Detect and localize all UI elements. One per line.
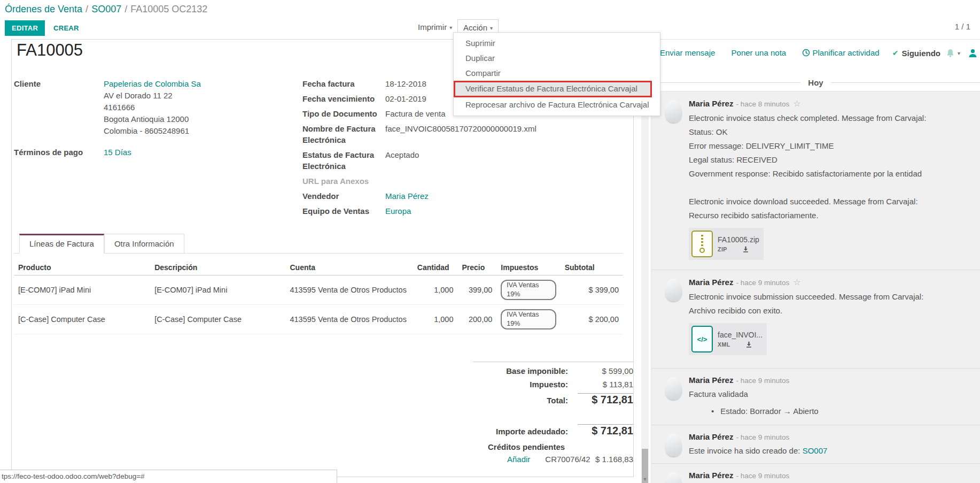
menu-item-reprocesar-archivo[interactable]: Reprocesar archivo de Factura Electrónic… (454, 97, 660, 112)
col-precio: Precio (457, 260, 496, 275)
menu-item-suprimir[interactable]: Suprimir (454, 36, 660, 51)
col-cantidad: Cantidad (413, 260, 458, 275)
message-line: Recurso recibido satisfactoriamente. (689, 209, 968, 223)
chatter-panel: Enviar mensaje Poner una nota Planificar… (651, 39, 980, 483)
message: Maria Pérez- hace 9 minutos Este invoice… (651, 425, 980, 464)
caret-down-icon: ▾ (490, 25, 493, 31)
message: Maria Pérez- hace 8 minutos☆ Electronic … (651, 91, 980, 270)
salesperson-link[interactable]: Maria Pérez (385, 190, 429, 202)
einvoice-status-value: Aceptado (385, 149, 419, 172)
invoice-number-title: FA10005 (17, 41, 83, 60)
breadcrumb-sales-orders[interactable]: Órdenes de Venta (5, 4, 82, 14)
breadcrumb-separator: / (85, 4, 88, 14)
customer-link[interactable]: Papelerias de Colombia Sa (104, 78, 201, 89)
message-author[interactable]: Maria Pérez (689, 99, 733, 108)
print-dropdown-button[interactable]: Imprimir▾ (413, 19, 457, 35)
xml-code-icon: </> (691, 326, 713, 352)
message-line: Government response: Recibido satisfacto… (689, 167, 968, 181)
person-icon[interactable] (968, 48, 978, 58)
invoice-lines-table: Producto Descripción Cuenta Cantidad Pre… (14, 260, 623, 334)
customer-address-line: Bogota Antioquia 12000 (104, 113, 201, 125)
menu-item-verificar-estatus[interactable]: Verificar Estatus de Factura Electrónica… (454, 81, 652, 97)
cell-precio: 200,00 (457, 305, 496, 334)
log-note-button[interactable]: Poner una nota (732, 48, 787, 57)
cell-descripcion: [E-COM07] iPad Mini (150, 275, 285, 305)
breadcrumb-so007[interactable]: SO007 (91, 4, 121, 14)
download-icon[interactable] (745, 341, 752, 348)
bell-icon[interactable] (946, 49, 955, 58)
avatar (665, 472, 682, 483)
add-credit-link[interactable]: Añadir (507, 455, 530, 464)
invoice-date-label: Fecha factura (302, 78, 385, 89)
message-line: Electronic invoice submission succeeded.… (689, 290, 968, 304)
message-author[interactable]: Maria Pérez (689, 375, 733, 385)
caret-down-icon: ▾ (449, 25, 452, 30)
breadcrumb-current: FA10005 OC2132 (130, 4, 207, 14)
tax-badge: IVA Ventas 19% (501, 309, 556, 329)
cell-cuenta: 413595 Venta de Otros Productos (285, 275, 413, 305)
zip-icon (691, 231, 713, 257)
avatar (665, 377, 682, 400)
star-icon[interactable]: ☆ (793, 99, 800, 108)
link-preview-statusbar: tps://feco-test-odoo.odoo.com/web?debug=… (0, 470, 337, 483)
attachment-zip[interactable]: FA10005.zip ZIP (689, 228, 764, 260)
table-header-row: Producto Descripción Cuenta Cantidad Pre… (14, 260, 623, 275)
attachments-url-label: URL para Anexos (302, 175, 385, 187)
payment-terms-link[interactable]: 15 Días (104, 147, 131, 158)
col-descripcion: Descripción (150, 260, 285, 275)
tab-otra-informacion[interactable]: Otra Información (104, 234, 184, 254)
attachment-xml[interactable]: </> face_INVOI... XML (689, 323, 767, 355)
message-author[interactable]: Maria Pérez (689, 432, 733, 441)
avatar (665, 434, 682, 456)
message-author[interactable]: Maria Pérez (689, 278, 733, 287)
download-icon[interactable] (742, 246, 749, 253)
attachment-filename: FA10005.zip (718, 235, 759, 244)
clock-icon (802, 49, 810, 57)
table-row[interactable]: [C-Case] Computer Case [C-Case] Computer… (14, 305, 623, 334)
message-timestamp: - hace 9 minutos (736, 472, 789, 480)
einvoice-status-label: Estatus de Factura Electrónica (302, 149, 385, 172)
date-separator-label: Hoy (800, 78, 830, 87)
message-author[interactable]: Maria Pérez (689, 471, 733, 480)
customer-address-line: AV el Dorado 11 22 (104, 90, 201, 101)
star-icon[interactable]: ☆ (793, 278, 800, 287)
create-button[interactable]: CREAR (48, 20, 84, 36)
message: Maria Pérez- hace 9 minutos Factura vali… (651, 369, 980, 425)
customer-address-line: 4161666 (104, 102, 201, 113)
avatar (665, 279, 682, 301)
message-line: Archivo recibido con exito. (689, 304, 968, 318)
totals-panel: Base imponible:$ 599,00 Impuesto:$ 113,8… (473, 361, 633, 466)
cell-subtotal: $ 399,00 (561, 275, 623, 305)
attachment-type: XML (718, 341, 730, 348)
customer-address-line: Colombia - 8605248961 (104, 125, 201, 136)
sales-team-link[interactable]: Europa (385, 205, 411, 217)
edit-button[interactable]: EDITAR (5, 20, 45, 36)
total-value: $ 712,81 (578, 393, 633, 406)
document-type-label: Tipo de Documento (302, 108, 385, 119)
cell-cuenta: 413595 Venta de Otros Productos (285, 305, 413, 334)
message-line: Electronic invoice download succeeded. M… (689, 195, 968, 209)
menu-item-compartir[interactable]: Compartir (454, 66, 660, 81)
odoo-invoice-screen: Órdenes de Venta/SO007/FA10005 OC2132 ED… (0, 0, 980, 483)
menu-item-duplicar[interactable]: Duplicar (454, 51, 660, 66)
message-line: Status: OK (689, 125, 968, 139)
table-row[interactable]: [E-COM07] iPad Mini [E-COM07] iPad Mini … (14, 275, 623, 305)
invoice-date-value: 18-12-2018 (385, 78, 426, 89)
schedule-activity-button[interactable]: Planificar actividad (802, 48, 879, 57)
pager[interactable]: 1 / 1 (955, 22, 970, 31)
col-producto: Producto (14, 260, 150, 275)
due-date-label: Fecha vencimiento (302, 93, 385, 104)
credit-reference[interactable]: CR70076/42 (545, 455, 590, 464)
send-message-button[interactable]: Enviar mensaje (660, 48, 715, 57)
message-timestamp: - hace 8 minutos (736, 100, 789, 108)
message-line: Legal status: RECEIVED (689, 153, 968, 167)
base-label: Base imponible: (473, 366, 578, 375)
tab-lineas-de-factura[interactable]: Líneas de Factura (19, 234, 104, 254)
message-line: Error message: DELIVERY_LIMIT_TIME (689, 139, 968, 153)
caret-down-icon[interactable]: ▾ (958, 50, 960, 56)
field-group-left: Cliente Papelerias de Colombia Sa AV el … (14, 78, 302, 220)
following-button[interactable]: Siguiendo (901, 49, 940, 58)
source-order-link[interactable]: SO007 (803, 446, 828, 455)
col-subtotal: Subtotal (561, 260, 623, 275)
scrollbar-down-arrow[interactable]: ▼ (641, 477, 649, 482)
